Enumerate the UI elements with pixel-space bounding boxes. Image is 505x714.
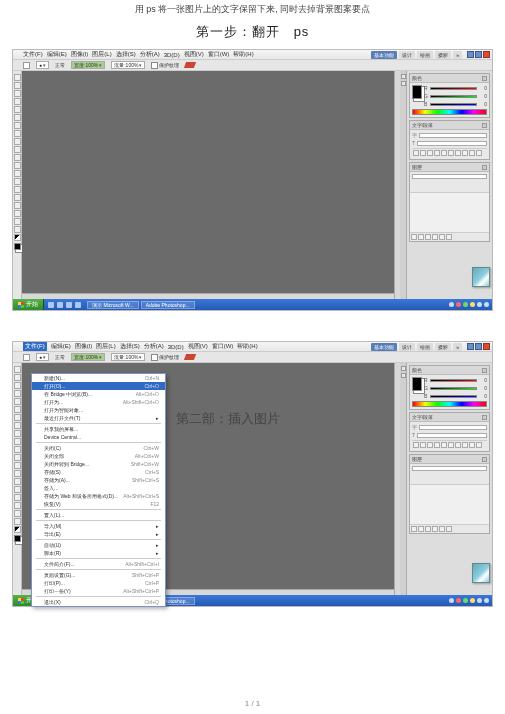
- tray-icon[interactable]: [463, 598, 468, 603]
- file-menu-item[interactable]: 打开为...Alt+Shift+Ctrl+O: [32, 398, 165, 406]
- quickmask-toggle[interactable]: [14, 526, 21, 533]
- history-brush-tool[interactable]: [14, 438, 21, 445]
- start-button[interactable]: 开始: [13, 299, 44, 310]
- trash-icon[interactable]: [446, 526, 452, 532]
- adjust-icon[interactable]: [420, 442, 426, 448]
- zoom-tool[interactable]: [14, 518, 21, 525]
- adjust-icon[interactable]: [448, 150, 454, 156]
- file-menu-item[interactable]: 在 Bridge 中浏览(B)...Alt+Ctrl+O: [32, 390, 165, 398]
- file-menu-item[interactable]: 恢复(V)F12: [32, 500, 165, 508]
- workspace-tab-active[interactable]: 基本功能: [371, 51, 397, 59]
- blur-tool[interactable]: [14, 170, 21, 177]
- marquee-tool[interactable]: [14, 374, 21, 381]
- menu-layer[interactable]: 图层(L): [92, 50, 111, 59]
- menu-window[interactable]: 窗口(W): [212, 342, 234, 351]
- eraser-tool[interactable]: [14, 154, 21, 161]
- file-menu-item[interactable]: 脚本(R): [32, 549, 165, 557]
- collapsed-panel-icon[interactable]: [401, 81, 406, 86]
- brush-tool[interactable]: [14, 422, 21, 429]
- adjust-icon[interactable]: [434, 442, 440, 448]
- zoom-tool[interactable]: [14, 226, 21, 233]
- collapsed-panel-icon[interactable]: [401, 74, 406, 79]
- brush-icon[interactable]: [184, 62, 196, 68]
- tray-icon[interactable]: [484, 302, 489, 307]
- taskbar-item-ps[interactable]: Adobe Photoshop...: [141, 301, 195, 309]
- navigator-thumb[interactable]: [472, 563, 490, 583]
- taskbar-item-word[interactable]: 演示 Microsoft W...: [87, 301, 139, 309]
- file-menu-item[interactable]: 退出(X)Ctrl+Q: [32, 598, 165, 606]
- file-menu-item[interactable]: 关闭全部Alt+Ctrl+W: [32, 452, 165, 460]
- mask-icon[interactable]: [425, 526, 431, 532]
- size-field[interactable]: [417, 141, 487, 146]
- brush-icon[interactable]: [184, 354, 196, 360]
- r-slider[interactable]: [430, 87, 477, 90]
- spectrum-bar[interactable]: [412, 109, 487, 115]
- file-menu-item[interactable]: 页面设置(G)...Shift+Ctrl+P: [32, 571, 165, 579]
- path-tool[interactable]: [14, 494, 21, 501]
- file-menu-item[interactable]: 关闭并转到 Bridge...Shift+Ctrl+W: [32, 460, 165, 468]
- marquee-tool[interactable]: [14, 82, 21, 89]
- tool-preset-icon[interactable]: [23, 354, 30, 361]
- close-button[interactable]: [483, 51, 490, 58]
- protect-texture-check[interactable]: 保护纹理: [151, 62, 179, 69]
- stamp-tool[interactable]: [14, 138, 21, 145]
- wand-tool[interactable]: [14, 390, 21, 397]
- workspace-tab-more[interactable]: »: [453, 343, 462, 351]
- color-well[interactable]: [412, 377, 422, 391]
- healing-tool[interactable]: [14, 122, 21, 129]
- wand-tool[interactable]: [14, 98, 21, 105]
- fx-icon[interactable]: [418, 234, 424, 240]
- file-menu-item[interactable]: 导出(E): [32, 530, 165, 538]
- type-tool[interactable]: [14, 486, 21, 493]
- adjust-icon[interactable]: [469, 442, 475, 448]
- panel-menu-icon[interactable]: [482, 76, 487, 81]
- stamp-tool[interactable]: [14, 430, 21, 437]
- ql-icon[interactable]: [48, 302, 54, 308]
- workspace-tab-3[interactable]: 摄影: [435, 343, 451, 351]
- maximize-button[interactable]: [475, 343, 482, 350]
- menu-select[interactable]: 选择(S): [120, 342, 140, 351]
- workspace-tab-1[interactable]: 设计: [399, 343, 415, 351]
- foreground-background-swatch[interactable]: [14, 243, 21, 250]
- panel-menu-icon[interactable]: [482, 165, 487, 170]
- fx-icon[interactable]: [418, 526, 424, 532]
- tray-icon[interactable]: [477, 598, 482, 603]
- history-brush-tool[interactable]: [14, 146, 21, 153]
- workspace-tab-2[interactable]: 绘画: [417, 343, 433, 351]
- menu-file[interactable]: 文件(F): [23, 50, 43, 59]
- file-menu-item[interactable]: 最近打开文件(T): [32, 414, 165, 422]
- opacity-field[interactable]: 宽度:100%: [71, 61, 105, 69]
- crop-tool[interactable]: [14, 106, 21, 113]
- brush-preset[interactable]: ●: [36, 61, 49, 69]
- shape-tool[interactable]: [14, 210, 21, 217]
- eyedropper-tool[interactable]: [14, 114, 21, 121]
- flow-field[interactable]: 流量:100%: [111, 61, 145, 69]
- brush-preset[interactable]: ●: [36, 353, 49, 361]
- blur-tool[interactable]: [14, 462, 21, 469]
- brush-tool[interactable]: [14, 130, 21, 137]
- protect-texture-check[interactable]: 保护纹理: [151, 354, 179, 361]
- gradient-tool[interactable]: [14, 454, 21, 461]
- adjust-icon[interactable]: [476, 150, 482, 156]
- workspace-tab-active[interactable]: 基本功能: [371, 343, 397, 351]
- color-well[interactable]: [412, 85, 422, 99]
- lasso-tool[interactable]: [14, 382, 21, 389]
- adjust-icon[interactable]: [469, 150, 475, 156]
- opacity-field[interactable]: 宽度:100%: [71, 353, 105, 361]
- file-menu-item[interactable]: 存储为(A)...Shift+Ctrl+S: [32, 476, 165, 484]
- menu-edit[interactable]: 编辑(E): [51, 342, 71, 351]
- menu-image[interactable]: 图像(I): [75, 342, 93, 351]
- minimize-button[interactable]: [467, 343, 474, 350]
- tray-icon[interactable]: [470, 302, 475, 307]
- menu-view[interactable]: 视图(V): [188, 342, 208, 351]
- menu-analysis[interactable]: 分析(A): [140, 50, 160, 59]
- path-tool[interactable]: [14, 202, 21, 209]
- quickmask-toggle[interactable]: [14, 234, 21, 241]
- ql-icon[interactable]: [57, 302, 63, 308]
- move-tool[interactable]: [14, 74, 21, 81]
- ql-icon[interactable]: [75, 302, 81, 308]
- h-scrollbar[interactable]: [22, 293, 394, 299]
- file-menu-item[interactable]: 存储(S)Ctrl+S: [32, 468, 165, 476]
- file-menu-item[interactable]: 打开为智能对象...: [32, 406, 165, 414]
- r-slider[interactable]: [430, 379, 477, 382]
